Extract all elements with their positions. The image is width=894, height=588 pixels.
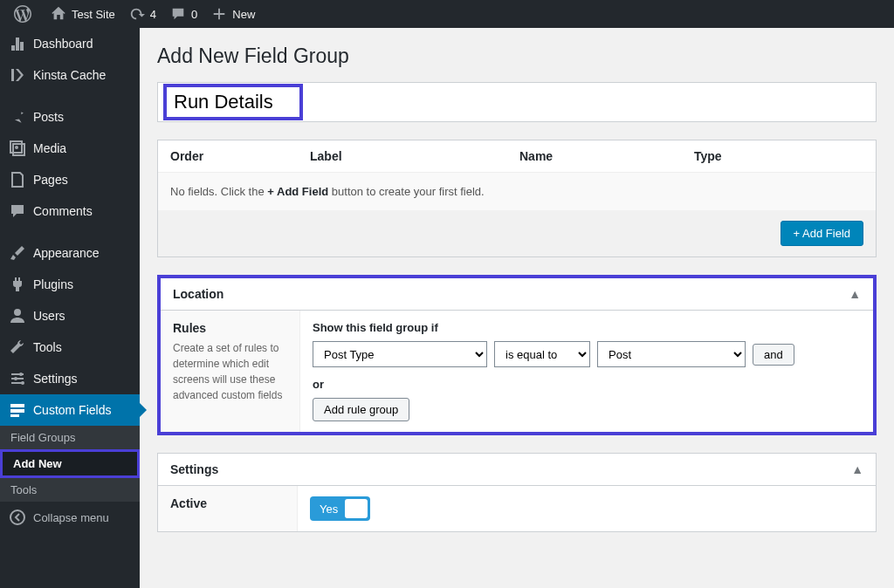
refresh-icon bbox=[129, 6, 145, 22]
submenu-tools[interactable]: Tools bbox=[0, 478, 140, 502]
label: Custom Fields bbox=[33, 403, 111, 417]
add-field-row: + Add Field bbox=[158, 210, 876, 256]
col-order: Order bbox=[170, 149, 310, 163]
and-button[interactable]: and bbox=[753, 344, 794, 366]
comments-bar[interactable]: 0 bbox=[163, 0, 204, 28]
wordpress-icon bbox=[14, 5, 31, 23]
brush-icon bbox=[9, 244, 26, 262]
submenu-add-new[interactable]: Add New bbox=[0, 449, 140, 478]
no-fields-message: No fields. Click the + Add Field button … bbox=[158, 173, 876, 210]
active-heading: Active bbox=[170, 496, 285, 510]
menu-custom-fields[interactable]: Custom Fields bbox=[0, 394, 140, 426]
label: Plugins bbox=[33, 277, 73, 291]
menu-plugins[interactable]: Plugins bbox=[0, 269, 140, 300]
plug-icon bbox=[9, 276, 26, 293]
media-icon bbox=[9, 140, 26, 157]
rule-operator-select[interactable]: is equal to bbox=[494, 341, 590, 367]
pin-icon bbox=[9, 108, 26, 126]
menu-media[interactable]: Media bbox=[0, 133, 140, 164]
label: Comments bbox=[33, 204, 93, 218]
rule-value-select[interactable]: Post bbox=[597, 341, 746, 367]
label: Kinsta Cache bbox=[33, 68, 106, 82]
kinsta-icon bbox=[9, 66, 26, 84]
label: Pages bbox=[33, 173, 68, 187]
group-title-wrap bbox=[157, 82, 877, 122]
svg-point-2 bbox=[19, 373, 23, 376]
toggle-knob bbox=[345, 499, 368, 518]
menu-settings[interactable]: Settings bbox=[0, 363, 140, 394]
label: Location bbox=[173, 287, 224, 301]
rules-desc: Create a set of rules to determine which… bbox=[173, 340, 287, 403]
or-label: or bbox=[313, 378, 861, 391]
home-icon bbox=[51, 6, 66, 22]
label: Appearance bbox=[33, 246, 100, 260]
svg-rect-6 bbox=[10, 409, 24, 413]
menu-comments[interactable]: Comments bbox=[0, 195, 140, 227]
updates[interactable]: 4 bbox=[122, 0, 163, 28]
site-name[interactable]: Test Site bbox=[44, 0, 122, 28]
collapse-menu[interactable]: Collapse menu bbox=[0, 502, 140, 533]
admin-sidebar: Dashboard Kinsta Cache Posts Media Pages… bbox=[0, 28, 140, 588]
menu-appearance[interactable]: Appearance bbox=[0, 237, 140, 269]
label: Dashboard bbox=[33, 37, 93, 51]
submenu-custom-fields: Field Groups Add New Tools bbox=[0, 426, 140, 502]
label: Users bbox=[33, 309, 65, 323]
svg-rect-5 bbox=[10, 404, 24, 407]
svg-point-8 bbox=[10, 510, 24, 524]
txt: No fields. Click the bbox=[170, 185, 267, 198]
settings-header[interactable]: Settings ▲ bbox=[158, 454, 876, 486]
col-name: Name bbox=[519, 149, 694, 163]
menu-tools[interactable]: Tools bbox=[0, 332, 140, 363]
svg-rect-7 bbox=[10, 414, 19, 417]
show-if-label: Show this field group if bbox=[313, 321, 861, 334]
settings-side: Active bbox=[158, 486, 298, 531]
menu-kinsta[interactable]: Kinsta Cache bbox=[0, 59, 140, 91]
new-content[interactable]: New bbox=[204, 0, 262, 28]
plus-icon bbox=[211, 6, 227, 22]
fields-table-header: Order Label Name Type bbox=[158, 140, 876, 173]
rule-param-select[interactable]: Post Type bbox=[313, 341, 487, 367]
label: Posts bbox=[33, 110, 64, 124]
collapse-toggle-icon[interactable]: ▲ bbox=[849, 287, 861, 301]
sliders-icon bbox=[9, 370, 26, 387]
col-label: Label bbox=[310, 149, 519, 163]
collapse-icon bbox=[9, 509, 26, 526]
location-header[interactable]: Location ▲ bbox=[161, 278, 873, 311]
rule-row: Post Type is equal to Post and bbox=[313, 341, 861, 367]
active-toggle[interactable]: Yes bbox=[310, 496, 370, 521]
svg-point-4 bbox=[21, 381, 24, 385]
main-content: Add New Field Group Order Label Name Typ… bbox=[140, 28, 894, 588]
comment-icon bbox=[9, 202, 26, 220]
collapse-toggle-icon[interactable]: ▲ bbox=[851, 462, 863, 476]
page-icon bbox=[9, 171, 26, 188]
fields-panel: Order Label Name Type No fields. Click t… bbox=[157, 140, 877, 257]
menu-users[interactable]: Users bbox=[0, 300, 140, 332]
svg-point-3 bbox=[14, 377, 17, 380]
location-panel: Location ▲ Rules Create a set of rules t… bbox=[157, 275, 877, 435]
label: Settings bbox=[170, 462, 218, 476]
submenu-field-groups[interactable]: Field Groups bbox=[0, 426, 140, 449]
dashboard-icon bbox=[9, 35, 26, 52]
site-label: Test Site bbox=[72, 8, 115, 21]
add-field-button[interactable]: + Add Field bbox=[781, 221, 863, 246]
settings-panel: Settings ▲ Active Yes bbox=[157, 453, 877, 532]
label: Tools bbox=[33, 340, 62, 354]
wrench-icon bbox=[9, 338, 26, 356]
svg-point-1 bbox=[14, 309, 21, 316]
comments-count: 0 bbox=[191, 8, 197, 21]
add-rule-group-button[interactable]: Add rule group bbox=[313, 398, 409, 421]
label: Collapse menu bbox=[33, 511, 109, 524]
wp-logo[interactable] bbox=[7, 0, 44, 28]
settings-content: Yes bbox=[298, 486, 876, 531]
txt: button to create your first field. bbox=[328, 185, 484, 198]
fields-icon bbox=[9, 401, 26, 419]
group-title-input[interactable] bbox=[172, 87, 294, 117]
menu-dashboard[interactable]: Dashboard bbox=[0, 28, 140, 59]
admin-bar: Test Site 4 0 New bbox=[0, 0, 894, 28]
rules-heading: Rules bbox=[173, 321, 287, 335]
menu-pages[interactable]: Pages bbox=[0, 164, 140, 195]
page-title: Add New Field Group bbox=[157, 37, 877, 82]
menu-posts[interactable]: Posts bbox=[0, 101, 140, 133]
active-arrow bbox=[140, 403, 147, 417]
col-type: Type bbox=[694, 149, 863, 163]
